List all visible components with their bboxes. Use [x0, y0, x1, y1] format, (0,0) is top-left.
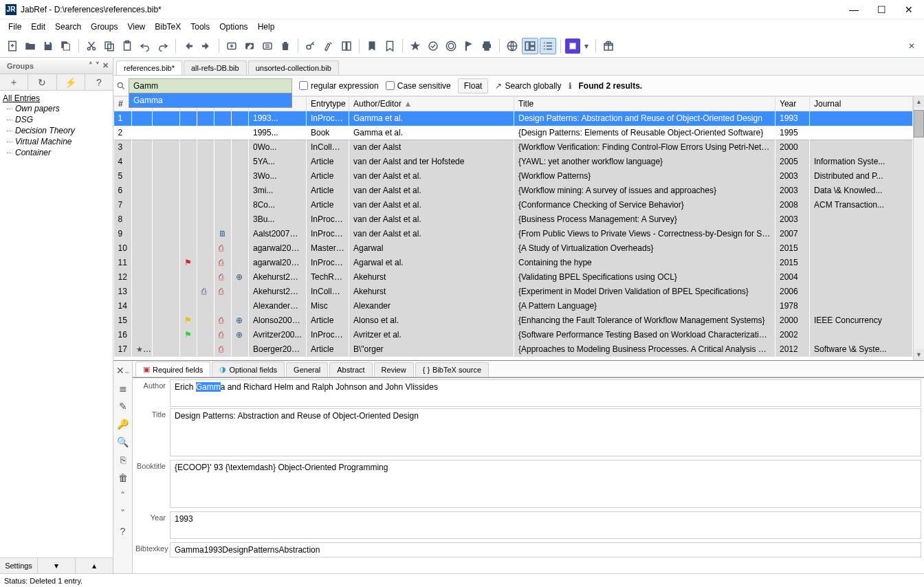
editor-close-icon[interactable]: ✕₋: [116, 365, 129, 376]
tab-all-refs[interactable]: all-refs-DB.bib: [184, 60, 247, 75]
table-row[interactable]: 53Wo...Articlevan der Aalst et al.{Workf…: [114, 169, 913, 184]
group-tree[interactable]: All Entries Own papers DSG Decision Theo…: [0, 91, 113, 557]
settings-button[interactable]: Settings: [0, 558, 38, 573]
copy-icon[interactable]: [101, 38, 118, 54]
field-author-input[interactable]: Erich Gamma and Richard Helm and Ralph J…: [170, 379, 921, 407]
editor-tab-optional[interactable]: ◑Optional fields: [212, 362, 285, 377]
collapse-button[interactable]: ▴: [76, 558, 113, 573]
table-row[interactable]: 12⎙⊕Akehurst200...TechRep...Akehurst{Val…: [114, 270, 913, 285]
donate-icon[interactable]: [600, 38, 617, 54]
table-row[interactable]: 63mi...Articlevan der Aalst et al.{Workf…: [114, 184, 913, 198]
new-group-button[interactable]: ＋: [0, 74, 28, 90]
editor-tab-abstract[interactable]: Abstract: [329, 362, 372, 377]
group-virtual-machine[interactable]: Virtual Machine: [3, 136, 110, 147]
minimize-button[interactable]: —: [847, 4, 861, 15]
search-input[interactable]: [129, 78, 292, 93]
menu-groups[interactable]: Groups: [87, 21, 122, 33]
groups-close-icon[interactable]: ✕: [102, 61, 109, 70]
editor-pen-icon[interactable]: ✎: [119, 401, 127, 412]
table-row[interactable]: 16⚑⎙⊕Avritzer200...InProcee...Avritzer e…: [114, 328, 913, 342]
global-checkbox[interactable]: ↗Search globally: [495, 81, 561, 91]
table-row[interactable]: 83Bu...InProcee...van der Aalst et al.{B…: [114, 212, 913, 227]
editor-help-icon[interactable]: ?: [120, 526, 126, 537]
entry-strings-icon[interactable]: [259, 38, 276, 54]
cleanup-icon[interactable]: [320, 38, 337, 54]
col-author[interactable]: Author/Editor ▲: [349, 97, 514, 111]
unmark-icon[interactable]: [382, 38, 398, 54]
regex-checkbox[interactable]: regular expression: [299, 81, 379, 91]
autocomplete-suggestion[interactable]: Gamma: [129, 93, 292, 107]
back-icon[interactable]: [180, 38, 197, 54]
menu-options[interactable]: Options: [215, 21, 252, 33]
editor-delete-icon[interactable]: 🗑: [118, 472, 128, 483]
table-row[interactable]: 10⎙agarwal2015...MastersT...Agarwal{A St…: [114, 241, 913, 256]
menu-bibtex[interactable]: BibTeX: [151, 21, 185, 33]
menu-tools[interactable]: Tools: [186, 21, 214, 33]
cut-icon[interactable]: [83, 38, 100, 54]
editor-type-icon[interactable]: ≣: [119, 383, 127, 394]
editor-key-icon[interactable]: 🔑: [117, 419, 129, 430]
web-search-icon[interactable]: [504, 38, 520, 54]
editor-tab-general[interactable]: General: [286, 362, 328, 377]
table-row[interactable]: 15⚑⎙⊕Alonso2000...ArticleAlonso et al.{E…: [114, 313, 913, 328]
mark-icon[interactable]: [364, 38, 380, 54]
menu-help[interactable]: Help: [254, 21, 279, 33]
vertical-scrollbar[interactable]: ▲ ▼: [913, 96, 924, 360]
field-title-input[interactable]: Design Patterns: Abstraction and Reuse o…: [170, 408, 921, 456]
table-row[interactable]: 11⚑⎙agarwal2015...InProcee...Agarwal et …: [114, 256, 913, 270]
float-button[interactable]: Float: [458, 78, 489, 93]
maximize-button[interactable]: ☐: [874, 4, 888, 15]
scroll-down-icon[interactable]: ▼: [914, 349, 924, 360]
editor-search-icon[interactable]: 🔍: [117, 436, 129, 447]
editor-tab-required[interactable]: ▣Required fields: [135, 362, 210, 377]
table-row[interactable]: 17★★★★★⎙Boerger2012...ArticleB\"orger{Ap…: [114, 342, 913, 357]
edit-entry-icon[interactable]: [241, 38, 258, 54]
menu-edit[interactable]: Edit: [27, 21, 50, 33]
save-all-icon[interactable]: [58, 38, 74, 54]
editor-link-icon[interactable]: ⎘: [120, 454, 126, 465]
menu-search[interactable]: Search: [51, 21, 85, 33]
group-dsg[interactable]: DSG: [3, 114, 110, 125]
groups-expand-icon[interactable]: ˅: [96, 61, 100, 70]
editor-prev-icon[interactable]: ˄: [120, 490, 125, 501]
new-entry-icon[interactable]: [223, 38, 240, 54]
table-row[interactable]: 30Wo...InCollecti...van der Aalst{Workfl…: [114, 140, 913, 155]
group-decision-theory[interactable]: Decision Theory: [3, 125, 110, 136]
tab-unsorted[interactable]: unsorted-collection.bib: [248, 60, 339, 75]
toggle-preview-icon[interactable]: [338, 38, 355, 54]
entry-table[interactable]: # Entrytype Author/Editor ▲ Title Year J…: [113, 96, 913, 357]
field-key-input[interactable]: [170, 542, 921, 557]
table-row[interactable]: 78Co...Articlevan der Aalst et al.{Confo…: [114, 198, 913, 212]
paste-icon[interactable]: [119, 38, 135, 54]
table-row[interactable]: 21995...BookGamma et al.{Design Patterns…: [114, 126, 913, 140]
table-row[interactable]: 14Alexander19...MiscAlexander{A Pattern …: [114, 299, 913, 313]
col-type[interactable]: Entrytype: [307, 97, 349, 111]
toggle-list-icon[interactable]: [540, 38, 556, 54]
table-row[interactable]: 13⎙⎙Akehurst200...InCollecti...Akehurst{…: [114, 285, 913, 299]
new-db-icon[interactable]: [4, 38, 21, 54]
editor-next-icon[interactable]: ˅: [120, 508, 125, 519]
delete-icon[interactable]: [277, 38, 294, 54]
table-row[interactable]: 9🗎Aalst2007Fro...InProcee...van der Aals…: [114, 227, 913, 241]
relevance-icon[interactable]: [407, 38, 424, 54]
group-own-papers[interactable]: Own papers: [3, 103, 110, 114]
col-year[interactable]: Year: [776, 97, 810, 111]
save-icon[interactable]: [40, 38, 56, 54]
close-db-icon[interactable]: ✕: [903, 38, 920, 54]
editor-tab-source[interactable]: { }BibTeX source: [415, 362, 489, 377]
scroll-thumb[interactable]: [914, 110, 924, 137]
print-icon[interactable]: [478, 38, 495, 54]
tab-references[interactable]: references.bib*: [116, 60, 182, 75]
group-container[interactable]: Container: [3, 147, 110, 158]
case-checkbox[interactable]: Case sensitive: [386, 81, 451, 91]
autogen-key-icon[interactable]: [302, 38, 319, 54]
refresh-group-button[interactable]: ↻: [28, 74, 56, 90]
field-booktitle-input[interactable]: {ECOOP}' 93 {\textemdash} Object-Oriente…: [170, 460, 921, 508]
col-journal[interactable]: Journal: [810, 97, 913, 111]
expand-button[interactable]: ▾: [38, 558, 76, 573]
ranking-icon[interactable]: [443, 38, 459, 54]
groups-collapse-icon[interactable]: ˄: [89, 61, 93, 70]
field-year-input[interactable]: 1993: [170, 511, 921, 539]
table-row[interactable]: 45YA...Articlevan der Aalst and ter Hofs…: [114, 155, 913, 169]
editor-tab-review[interactable]: Review: [374, 362, 414, 377]
